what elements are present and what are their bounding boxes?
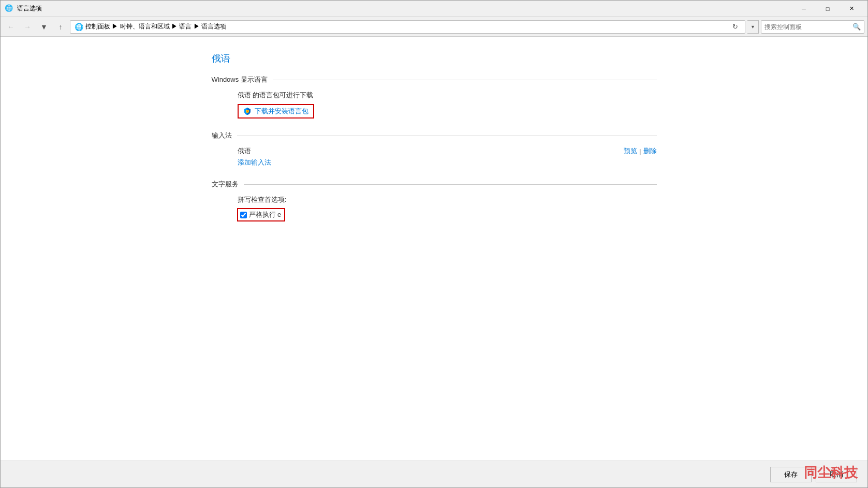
address-dropdown-arrow[interactable]: ▼ xyxy=(747,20,759,34)
address-text: 控制面板 ▶ 时钟、语言和区域 ▶ 语言 ▶ 语言选项 xyxy=(85,22,729,31)
strict-enforce-checkbox[interactable] xyxy=(240,212,247,218)
input-method-row: 俄语 预览 | 删除 xyxy=(238,146,657,156)
display-language-content: 俄语 的语言包可进行下载 下载并安装语言包 xyxy=(212,91,657,119)
preview-link[interactable]: 预览 xyxy=(624,146,637,156)
search-wrap: 🔍 xyxy=(761,20,864,34)
text-services-header: 文字服务 xyxy=(212,180,657,189)
input-method-header: 输入法 xyxy=(212,131,657,140)
close-button[interactable]: ✕ xyxy=(840,1,863,17)
input-method-content: 俄语 预览 | 删除 添加输入法 xyxy=(212,146,657,167)
globe-icon: 🌐 xyxy=(75,23,83,31)
content-area: 俄语 Windows 显示语言 俄语 的语言包可进行下载 xyxy=(1,37,867,461)
maximize-button[interactable]: □ xyxy=(816,1,840,17)
save-button[interactable]: 保存 xyxy=(770,467,812,482)
spell-check-checkbox-row: 严格执行 е xyxy=(238,209,285,221)
main-content: 俄语 Windows 显示语言 俄语 的语言包可进行下载 xyxy=(201,52,667,233)
search-icon[interactable]: 🔍 xyxy=(852,23,861,31)
text-services-section: 文字服务 拼写检查首选项: 严格执行 е xyxy=(212,180,657,221)
add-input-method-link[interactable]: 添加输入法 xyxy=(238,158,271,166)
display-language-divider xyxy=(273,80,657,80)
window-title: 语言选项 xyxy=(17,4,792,13)
footer: 保存 取消 xyxy=(1,461,867,487)
download-language-pack-button[interactable]: 下载并安装语言包 xyxy=(238,104,314,119)
action-separator: | xyxy=(639,147,641,155)
strict-enforce-label: 严格执行 е xyxy=(249,210,282,219)
input-method-actions: 预览 | 删除 xyxy=(624,146,656,156)
dropdown-button[interactable]: ▼ xyxy=(37,20,51,34)
input-method-name: 俄语 xyxy=(238,146,624,156)
delete-link[interactable]: 删除 xyxy=(643,146,657,156)
input-method-divider xyxy=(237,136,657,136)
display-language-header: Windows 显示语言 xyxy=(212,75,657,84)
refresh-icon[interactable]: ↻ xyxy=(729,21,741,33)
download-btn-label: 下载并安装语言包 xyxy=(255,107,308,116)
minimize-button[interactable]: ─ xyxy=(792,1,816,17)
shield-icon xyxy=(243,107,252,115)
display-language-label: Windows 显示语言 xyxy=(212,75,273,84)
up-button[interactable]: ↑ xyxy=(53,20,68,34)
spell-check-label: 拼写检查首选项: xyxy=(238,195,657,204)
window-icon: 🌐 xyxy=(5,4,14,13)
search-input[interactable] xyxy=(764,23,850,31)
page-title: 俄语 xyxy=(212,52,657,65)
address-input-wrap: 🌐 控制面板 ▶ 时钟、语言和区域 ▶ 语言 ▶ 语言选项 ↻ xyxy=(70,20,745,34)
input-method-section: 输入法 俄语 预览 | 删除 添加输入法 xyxy=(212,131,657,167)
address-bar: ← → ▼ ↑ 🌐 控制面板 ▶ 时钟、语言和区域 ▶ 语言 ▶ 语言选项 ↻ … xyxy=(1,17,867,37)
window-controls: ─ □ ✕ xyxy=(792,1,863,17)
cancel-button[interactable]: 取消 xyxy=(816,467,857,482)
display-language-section: Windows 显示语言 俄语 的语言包可进行下载 下载并安装语言包 xyxy=(212,75,657,119)
back-button[interactable]: ← xyxy=(4,20,18,34)
text-services-divider xyxy=(244,184,657,185)
download-hint: 俄语 的语言包可进行下载 xyxy=(238,91,657,100)
forward-button[interactable]: → xyxy=(20,20,35,34)
text-services-content: 拼写检查首选项: 严格执行 е xyxy=(212,195,657,221)
title-bar: 🌐 语言选项 ─ □ ✕ xyxy=(1,1,867,17)
input-method-label: 输入法 xyxy=(212,131,237,140)
add-input-method-row: 添加输入法 xyxy=(238,158,657,167)
text-services-label: 文字服务 xyxy=(212,180,244,189)
